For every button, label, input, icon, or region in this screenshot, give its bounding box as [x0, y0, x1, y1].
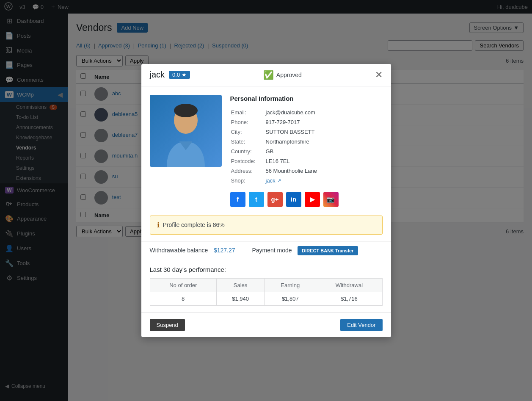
performance-data-row: 8 $1,940 $1,807 $1,716 [150, 292, 382, 306]
info-icon: ℹ [157, 221, 160, 229]
payment-mode-label: Payment mode [252, 247, 292, 254]
modal-close-button[interactable]: ✕ [375, 70, 383, 80]
email-value: jack@dualcube.com [266, 108, 338, 117]
state-label: State: [231, 137, 265, 146]
facebook-icon[interactable]: f [230, 192, 245, 207]
balance-group: Withdrawable balance $127.27 [150, 247, 235, 254]
linkedin-icon[interactable]: in [286, 192, 301, 207]
perf-earning-value: $1,807 [265, 292, 316, 306]
modal-status: ✅ Approved [263, 70, 302, 80]
perf-col-earning: Earning [265, 279, 316, 292]
perf-sales-value: $1,940 [216, 292, 264, 306]
perf-withdrawal-value: $1,716 [316, 292, 382, 306]
modal-vendor-name: jack [150, 70, 165, 80]
shop-label: Shop: [231, 176, 265, 185]
city-value: SUTTON BASSETT [266, 127, 338, 136]
country-label: Country: [231, 147, 265, 156]
modal-title-left: jack 0.0 ★ [150, 70, 190, 80]
balance-label: Withdrawable balance [150, 247, 208, 254]
profile-complete-bar: ℹ Profile complete is 86% [150, 216, 383, 235]
vendor-modal: jack 0.0 ★ ✅ Approved ✕ [141, 64, 391, 337]
vendor-photo [150, 95, 222, 167]
external-link-icon: ↗ [277, 178, 281, 183]
payment-mode-group: Payment mode DIRECT BANK Transfer [252, 247, 358, 254]
state-value: Northamptonshire [266, 137, 338, 146]
postcode-label: Postcode: [231, 157, 265, 166]
balance-amount: $127.27 [214, 247, 235, 254]
phone-label: Phone: [231, 118, 265, 127]
payment-mode-badge: DIRECT BANK Transfer [298, 246, 358, 255]
postcode-value: LE16 7EL [266, 157, 338, 166]
profile-complete-text: Profile complete is 86% [163, 221, 225, 228]
gplus-icon[interactable]: g+ [267, 192, 283, 207]
approved-check-icon: ✅ [263, 70, 274, 80]
perf-col-sales: Sales [216, 279, 264, 292]
address-label: Address: [231, 166, 265, 175]
balance-section: Withdrawable balance $127.27 Payment mod… [141, 241, 391, 259]
performance-section: Last 30 day's performance: No of order S… [141, 259, 391, 313]
performance-table: No of order Sales Earning Withdrawal 8 $… [150, 278, 383, 306]
svg-point-3 [174, 104, 198, 117]
modal-overlay[interactable]: jack 0.0 ★ ✅ Approved ✕ [0, 0, 532, 401]
address-value: 56 Mounthoolie Lane [266, 166, 338, 175]
email-label: Email: [231, 108, 265, 117]
country-value: GB [266, 147, 338, 156]
modal-profile-section: Personal Information Email: jack@dualcub… [141, 86, 391, 216]
modal-rating-badge: 0.0 ★ [169, 71, 190, 79]
twitter-icon[interactable]: t [249, 192, 264, 207]
shop-link[interactable]: jack ↗ [266, 177, 338, 184]
phone-value: 917-729-7017 [266, 118, 338, 127]
performance-title: Last 30 day's performance: [150, 266, 383, 273]
personal-info-title: Personal Information [230, 95, 339, 102]
suspend-button[interactable]: Suspend [150, 319, 185, 331]
youtube-icon[interactable]: ▶ [305, 192, 320, 207]
modal-body: Personal Information Email: jack@dualcub… [141, 86, 391, 313]
instagram-icon[interactable]: 📷 [323, 192, 339, 207]
edit-vendor-button[interactable]: Edit Vendor [340, 319, 382, 331]
social-icons: f t g+ in ▶ 📷 [230, 192, 339, 207]
modal-footer: Suspend Edit Vendor [141, 313, 391, 337]
modal-status-label: Approved [276, 72, 302, 78]
perf-orders-value: 8 [150, 292, 216, 306]
perf-col-withdrawal: Withdrawal [316, 279, 382, 292]
modal-header: jack 0.0 ★ ✅ Approved ✕ [141, 64, 391, 86]
personal-info: Personal Information Email: jack@dualcub… [230, 95, 339, 207]
star-icon: ★ [182, 72, 187, 78]
city-label: City: [231, 127, 265, 136]
perf-col-orders: No of order [150, 279, 216, 292]
